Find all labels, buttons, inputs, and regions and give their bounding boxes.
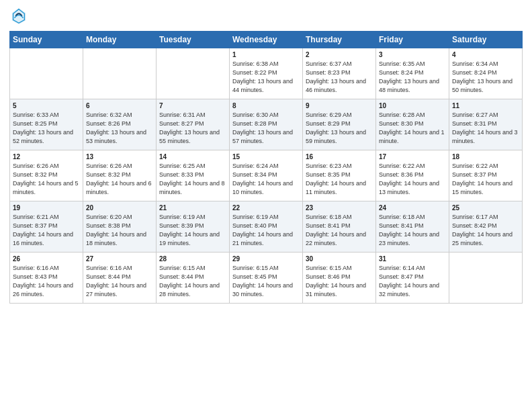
day-info: Sunrise: 6:22 AM Sunset: 8:36 PM Dayligh… <box>379 162 446 197</box>
day-number: 27 <box>86 255 153 263</box>
calendar-cell: 30Sunrise: 6:15 AM Sunset: 8:46 PM Dayli… <box>303 253 376 304</box>
calendar-cell: 13Sunrise: 6:26 AM Sunset: 8:32 PM Dayli… <box>83 150 157 201</box>
day-info: Sunrise: 6:19 AM Sunset: 8:40 PM Dayligh… <box>232 213 300 248</box>
logo-icon <box>9 7 28 26</box>
page: SundayMondayTuesdayWednesdayThursdayFrid… <box>0 0 532 411</box>
calendar-cell: 8Sunrise: 6:30 AM Sunset: 8:28 PM Daylig… <box>230 99 303 150</box>
day-info: Sunrise: 6:26 AM Sunset: 8:32 PM Dayligh… <box>13 162 80 197</box>
day-number: 9 <box>306 102 373 109</box>
calendar-cell: 12Sunrise: 6:26 AM Sunset: 8:32 PM Dayli… <box>10 150 83 201</box>
col-header-saturday: Saturday <box>449 32 523 48</box>
day-number: 31 <box>379 255 446 263</box>
calendar-cell: 27Sunrise: 6:16 AM Sunset: 8:44 PM Dayli… <box>83 253 157 304</box>
calendar-row: 26Sunrise: 6:16 AM Sunset: 8:43 PM Dayli… <box>10 253 523 304</box>
col-header-monday: Monday <box>83 32 157 48</box>
calendar-cell: 23Sunrise: 6:18 AM Sunset: 8:41 PM Dayli… <box>303 201 376 253</box>
day-info: Sunrise: 6:27 AM Sunset: 8:31 PM Dayligh… <box>452 111 519 146</box>
calendar-cell: 10Sunrise: 6:28 AM Sunset: 8:30 PM Dayli… <box>376 99 449 150</box>
day-info: Sunrise: 6:38 AM Sunset: 8:22 PM Dayligh… <box>232 60 300 95</box>
day-info: Sunrise: 6:31 AM Sunset: 8:27 PM Dayligh… <box>159 111 226 146</box>
day-number: 11 <box>452 102 519 109</box>
day-number: 13 <box>86 153 153 161</box>
header <box>9 7 523 26</box>
day-info: Sunrise: 6:19 AM Sunset: 8:39 PM Dayligh… <box>159 213 226 248</box>
col-header-thursday: Thursday <box>303 32 376 48</box>
calendar-cell: 4Sunrise: 6:34 AM Sunset: 8:24 PM Daylig… <box>449 48 523 99</box>
day-number: 15 <box>232 153 300 161</box>
col-header-wednesday: Wednesday <box>230 32 303 48</box>
day-number: 21 <box>159 204 226 212</box>
calendar-cell: 6Sunrise: 6:32 AM Sunset: 8:26 PM Daylig… <box>83 99 157 150</box>
calendar-cell: 19Sunrise: 6:21 AM Sunset: 8:37 PM Dayli… <box>10 201 83 253</box>
header-row: SundayMondayTuesdayWednesdayThursdayFrid… <box>10 32 523 48</box>
calendar-cell: 20Sunrise: 6:20 AM Sunset: 8:38 PM Dayli… <box>83 201 157 253</box>
calendar-cell: 25Sunrise: 6:17 AM Sunset: 8:42 PM Dayli… <box>449 201 523 253</box>
calendar-cell: 28Sunrise: 6:15 AM Sunset: 8:44 PM Dayli… <box>157 253 230 304</box>
day-info: Sunrise: 6:15 AM Sunset: 8:45 PM Dayligh… <box>232 264 300 299</box>
day-number: 3 <box>379 51 446 58</box>
day-info: Sunrise: 6:25 AM Sunset: 8:33 PM Dayligh… <box>159 162 226 197</box>
calendar-cell: 31Sunrise: 6:14 AM Sunset: 8:47 PM Dayli… <box>376 253 449 304</box>
svg-marker-0 <box>12 8 26 24</box>
day-number: 28 <box>159 255 226 263</box>
calendar-row: 19Sunrise: 6:21 AM Sunset: 8:37 PM Dayli… <box>10 201 523 253</box>
day-info: Sunrise: 6:15 AM Sunset: 8:46 PM Dayligh… <box>306 264 373 299</box>
day-number: 22 <box>232 204 300 212</box>
day-number: 16 <box>306 153 373 161</box>
calendar-cell: 7Sunrise: 6:31 AM Sunset: 8:27 PM Daylig… <box>157 99 230 150</box>
day-info: Sunrise: 6:26 AM Sunset: 8:32 PM Dayligh… <box>86 162 153 197</box>
calendar-cell <box>157 48 230 99</box>
calendar-cell <box>10 48 83 99</box>
calendar-cell: 24Sunrise: 6:18 AM Sunset: 8:41 PM Dayli… <box>376 201 449 253</box>
day-info: Sunrise: 6:34 AM Sunset: 8:24 PM Dayligh… <box>452 60 519 95</box>
calendar-cell <box>449 253 523 304</box>
day-info: Sunrise: 6:35 AM Sunset: 8:24 PM Dayligh… <box>379 60 446 95</box>
day-number: 5 <box>13 102 80 109</box>
calendar-cell: 26Sunrise: 6:16 AM Sunset: 8:43 PM Dayli… <box>10 253 83 304</box>
calendar-row: 12Sunrise: 6:26 AM Sunset: 8:32 PM Dayli… <box>10 150 523 201</box>
day-info: Sunrise: 6:22 AM Sunset: 8:37 PM Dayligh… <box>452 162 519 197</box>
day-number: 19 <box>13 204 80 212</box>
day-info: Sunrise: 6:21 AM Sunset: 8:37 PM Dayligh… <box>13 213 80 248</box>
calendar-cell: 29Sunrise: 6:15 AM Sunset: 8:45 PM Dayli… <box>230 253 303 304</box>
day-info: Sunrise: 6:15 AM Sunset: 8:44 PM Dayligh… <box>159 264 226 299</box>
day-info: Sunrise: 6:33 AM Sunset: 8:25 PM Dayligh… <box>13 111 80 146</box>
day-number: 18 <box>452 153 519 161</box>
day-info: Sunrise: 6:28 AM Sunset: 8:30 PM Dayligh… <box>379 111 446 146</box>
day-info: Sunrise: 6:17 AM Sunset: 8:42 PM Dayligh… <box>452 213 519 248</box>
day-number: 12 <box>13 153 80 161</box>
calendar-cell: 16Sunrise: 6:23 AM Sunset: 8:35 PM Dayli… <box>303 150 376 201</box>
day-info: Sunrise: 6:18 AM Sunset: 8:41 PM Dayligh… <box>379 213 446 248</box>
day-info: Sunrise: 6:20 AM Sunset: 8:38 PM Dayligh… <box>86 213 153 248</box>
day-info: Sunrise: 6:37 AM Sunset: 8:23 PM Dayligh… <box>306 60 373 95</box>
day-number: 1 <box>232 51 300 58</box>
logo <box>9 7 31 26</box>
col-header-friday: Friday <box>376 32 449 48</box>
day-number: 23 <box>306 204 373 212</box>
calendar-cell <box>83 48 157 99</box>
calendar-cell: 17Sunrise: 6:22 AM Sunset: 8:36 PM Dayli… <box>376 150 449 201</box>
col-header-tuesday: Tuesday <box>157 32 230 48</box>
day-info: Sunrise: 6:16 AM Sunset: 8:44 PM Dayligh… <box>86 264 153 299</box>
day-info: Sunrise: 6:18 AM Sunset: 8:41 PM Dayligh… <box>306 213 373 248</box>
calendar-cell: 1Sunrise: 6:38 AM Sunset: 8:22 PM Daylig… <box>230 48 303 99</box>
day-info: Sunrise: 6:29 AM Sunset: 8:29 PM Dayligh… <box>306 111 373 146</box>
calendar-cell: 15Sunrise: 6:24 AM Sunset: 8:34 PM Dayli… <box>230 150 303 201</box>
calendar-cell: 22Sunrise: 6:19 AM Sunset: 8:40 PM Dayli… <box>230 201 303 253</box>
day-number: 20 <box>86 204 153 212</box>
day-number: 2 <box>306 51 373 58</box>
day-info: Sunrise: 6:32 AM Sunset: 8:26 PM Dayligh… <box>86 111 153 146</box>
calendar-cell: 2Sunrise: 6:37 AM Sunset: 8:23 PM Daylig… <box>303 48 376 99</box>
day-number: 29 <box>232 255 300 263</box>
day-number: 6 <box>86 102 153 109</box>
day-info: Sunrise: 6:24 AM Sunset: 8:34 PM Dayligh… <box>232 162 300 197</box>
day-number: 17 <box>379 153 446 161</box>
col-header-sunday: Sunday <box>10 32 83 48</box>
calendar-row: 1Sunrise: 6:38 AM Sunset: 8:22 PM Daylig… <box>10 48 523 99</box>
calendar-table: SundayMondayTuesdayWednesdayThursdayFrid… <box>9 31 523 304</box>
calendar-row: 5Sunrise: 6:33 AM Sunset: 8:25 PM Daylig… <box>10 99 523 150</box>
day-number: 30 <box>306 255 373 263</box>
day-number: 25 <box>452 204 519 212</box>
calendar-cell: 11Sunrise: 6:27 AM Sunset: 8:31 PM Dayli… <box>449 99 523 150</box>
day-number: 8 <box>232 102 300 109</box>
